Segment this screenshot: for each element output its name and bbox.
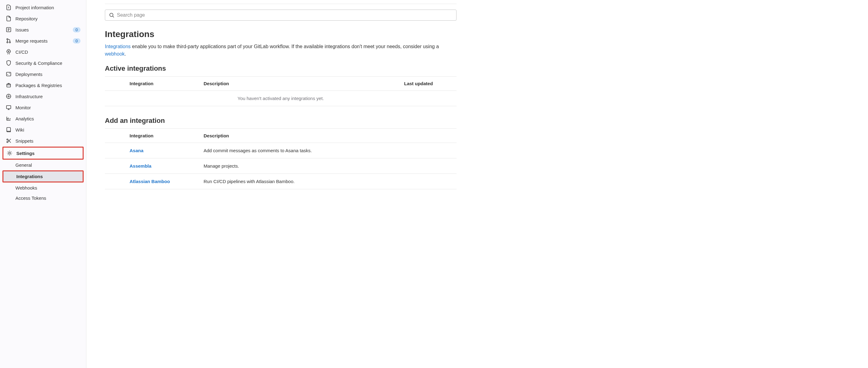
sidebar-item-repository[interactable]: Repository bbox=[2, 13, 84, 24]
sidebar-item-cicd[interactable]: CI/CD bbox=[2, 46, 84, 57]
svg-point-1 bbox=[7, 38, 8, 40]
shield-icon bbox=[5, 60, 12, 66]
sidebar-item-label: Infrastructure bbox=[16, 94, 81, 99]
integrations-link[interactable]: Integrations bbox=[105, 44, 131, 49]
project-info-icon bbox=[5, 4, 12, 10]
svg-point-7 bbox=[6, 94, 11, 98]
sidebar-item-deployments[interactable]: Deployments bbox=[2, 68, 84, 80]
intro-text-1: enable you to make third-party applicati… bbox=[131, 44, 439, 49]
deployments-icon bbox=[5, 71, 12, 77]
sidebar-sub-webhooks[interactable]: Webhooks bbox=[2, 183, 84, 193]
sidebar-item-label: Packages & Registries bbox=[16, 83, 81, 88]
analytics-icon bbox=[5, 115, 12, 122]
svg-rect-6 bbox=[7, 84, 10, 87]
table-row: Atlassian Bamboo Run CI/CD pipelines wit… bbox=[105, 174, 457, 189]
sidebar-item-label: CI/CD bbox=[16, 49, 81, 55]
col-description-header: Description bbox=[200, 129, 457, 143]
search-icon bbox=[109, 12, 115, 18]
sidebar-item-label: Deployments bbox=[16, 72, 81, 77]
sidebar-sub-label: General bbox=[16, 162, 32, 168]
add-integration-title: Add an integration bbox=[105, 117, 457, 125]
sidebar-item-label: Settings bbox=[17, 151, 80, 156]
sidebar-sub-access-tokens[interactable]: Access Tokens bbox=[2, 193, 84, 203]
col-description-header: Description bbox=[200, 77, 401, 91]
empty-state-text: You haven't activated any integrations y… bbox=[105, 91, 457, 106]
package-icon bbox=[5, 82, 12, 88]
sidebar-sub-label: Webhooks bbox=[16, 185, 37, 191]
sidebar-item-issues[interactable]: Issues 0 bbox=[2, 24, 84, 35]
col-integration-header: Integration bbox=[126, 77, 200, 91]
svg-point-3 bbox=[9, 42, 10, 43]
sidebar-item-merge-requests[interactable]: Merge requests 0 bbox=[2, 35, 84, 46]
sidebar-item-label: Analytics bbox=[16, 116, 81, 121]
sidebar-item-project-information[interactable]: Project information bbox=[2, 2, 84, 13]
rocket-icon bbox=[5, 49, 12, 55]
add-integration-table: Integration Description Asana Add commit… bbox=[105, 129, 457, 189]
active-integrations-title: Active integrations bbox=[105, 64, 457, 73]
integration-link-assembla[interactable]: Assembla bbox=[129, 163, 151, 169]
active-integrations-table: Integration Description Last updated You… bbox=[105, 76, 457, 106]
sidebar-item-security[interactable]: Security & Compliance bbox=[2, 57, 84, 68]
svg-rect-9 bbox=[6, 106, 11, 109]
sidebar-sub-label: Integrations bbox=[17, 174, 43, 179]
col-last-updated-header: Last updated bbox=[401, 77, 457, 91]
issues-icon bbox=[5, 27, 12, 33]
scissors-icon bbox=[5, 138, 12, 144]
integration-link-asana[interactable]: Asana bbox=[129, 148, 144, 153]
sidebar-item-packages[interactable]: Packages & Registries bbox=[2, 80, 84, 91]
top-divider bbox=[105, 4, 457, 4]
sidebar-item-monitor[interactable]: Monitor bbox=[2, 102, 84, 113]
webhook-link[interactable]: webhook bbox=[105, 51, 125, 56]
empty-state-row: You haven't activated any integrations y… bbox=[105, 91, 457, 106]
sidebar-item-label: Monitor bbox=[16, 105, 81, 110]
intro-text-2: . bbox=[125, 51, 126, 56]
integration-link-atlassian-bamboo[interactable]: Atlassian Bamboo bbox=[129, 179, 170, 184]
search-input[interactable] bbox=[117, 12, 453, 18]
sidebar-item-infrastructure[interactable]: Infrastructure bbox=[2, 91, 84, 102]
book-icon bbox=[5, 126, 12, 133]
integration-desc: Manage projects. bbox=[200, 159, 457, 174]
sidebar-item-label: Snippets bbox=[16, 138, 81, 144]
merge-icon bbox=[5, 38, 12, 44]
svg-point-12 bbox=[9, 152, 10, 154]
svg-point-10 bbox=[7, 139, 8, 140]
sidebar-item-label: Merge requests bbox=[16, 38, 73, 44]
integration-desc: Add commit messages as comments to Asana… bbox=[200, 143, 457, 159]
page-title: Integrations bbox=[105, 29, 457, 39]
integration-desc: Run CI/CD pipelines with Atlassian Bambo… bbox=[200, 174, 457, 189]
col-status-header bbox=[105, 129, 126, 143]
sidebar-item-wiki[interactable]: Wiki bbox=[2, 124, 84, 135]
highlight-settings: Settings bbox=[2, 147, 84, 160]
sidebar-sub-integrations[interactable]: Integrations bbox=[3, 171, 83, 181]
table-row: Asana Add commit messages as comments to… bbox=[105, 143, 457, 159]
svg-point-4 bbox=[8, 51, 9, 52]
svg-point-13 bbox=[110, 13, 113, 17]
highlight-integrations: Integrations bbox=[2, 170, 84, 182]
infrastructure-icon bbox=[5, 93, 12, 100]
svg-point-8 bbox=[8, 96, 9, 97]
intro-text: Integrations enable you to make third-pa… bbox=[105, 43, 457, 58]
svg-point-2 bbox=[7, 42, 8, 43]
table-row: Assembla Manage projects. bbox=[105, 159, 457, 174]
sidebar-item-label: Security & Compliance bbox=[16, 60, 81, 66]
sidebar: Project information Repository Issues 0 … bbox=[0, 0, 86, 368]
issues-badge: 0 bbox=[73, 27, 81, 32]
monitor-icon bbox=[5, 104, 12, 111]
svg-point-11 bbox=[7, 141, 8, 143]
sidebar-sub-label: Access Tokens bbox=[16, 195, 46, 201]
sidebar-item-label: Issues bbox=[16, 27, 73, 32]
sidebar-item-snippets[interactable]: Snippets bbox=[2, 135, 84, 146]
col-status-header bbox=[105, 77, 126, 91]
sidebar-item-label: Repository bbox=[16, 16, 81, 21]
sidebar-item-label: Project information bbox=[16, 5, 81, 10]
col-integration-header: Integration bbox=[126, 129, 200, 143]
sidebar-item-label: Wiki bbox=[16, 127, 81, 133]
search-container[interactable] bbox=[105, 9, 457, 21]
main-content: Integrations Integrations enable you to … bbox=[86, 0, 475, 368]
sidebar-item-settings[interactable]: Settings bbox=[3, 147, 83, 159]
merge-requests-badge: 0 bbox=[73, 38, 81, 44]
repository-icon bbox=[5, 16, 12, 22]
sidebar-item-analytics[interactable]: Analytics bbox=[2, 113, 84, 124]
sidebar-sub-general[interactable]: General bbox=[2, 160, 84, 170]
svg-rect-5 bbox=[6, 72, 11, 76]
